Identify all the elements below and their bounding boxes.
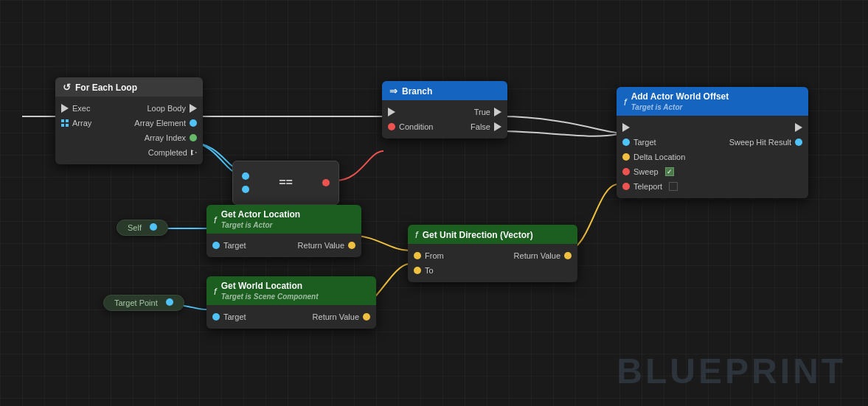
add-actor-world-offset-header: f Add Actor World Offset Target is Actor [617, 87, 808, 116]
for-each-loop-node: ↺ For Each Loop Exec Loop Body Array [55, 77, 203, 164]
from-label: From [425, 251, 444, 260]
branch-body: True Condition False [382, 100, 507, 139]
target-point-out-pin[interactable] [166, 298, 173, 306]
get-world-location-header: f Get World Location Target is Scene Com… [206, 276, 376, 305]
for-each-loop-row-exec: Exec Loop Body [55, 101, 203, 116]
for-each-loop-body: Exec Loop Body Array Array Element [55, 97, 203, 164]
get-actor-location-subtitle: Target is Actor [221, 221, 273, 229]
get-world-location-row-target: Target Return Value [206, 309, 376, 324]
blueprint-watermark: BLUEPRINT [617, 351, 846, 391]
add-actor-teleport-row: Teleport [617, 179, 808, 194]
add-actor-world-offset-node: f Add Actor World Offset Target is Actor… [617, 87, 808, 198]
branch-row-condition: Condition False [382, 119, 507, 134]
equals-in-pin-2[interactable] [242, 186, 249, 193]
get-actor-location-target-pin[interactable] [212, 242, 220, 249]
get-world-location-target-pin[interactable] [212, 313, 220, 321]
add-actor-delta-pin[interactable] [622, 153, 630, 161]
equals-right-pins [322, 179, 330, 186]
get-world-location-title: Get World Location [221, 281, 319, 291]
get-world-location-node: f Get World Location Target is Scene Com… [206, 276, 376, 329]
completed-pin[interactable] [191, 150, 197, 155]
equals-left-pins [242, 172, 249, 193]
get-world-location-subtitle: Target is Scene Component [221, 293, 319, 301]
add-actor-target-pin[interactable] [622, 139, 630, 146]
for-each-loop-row-index: Array Index [55, 130, 203, 145]
for-each-loop-row-array: Array Array Element [55, 116, 203, 130]
get-unit-direction-header: f Get Unit Direction (Vector) [408, 225, 577, 244]
equals-in-pin-1[interactable] [242, 172, 249, 180]
get-actor-location-row-target: Target Return Value [206, 238, 361, 253]
add-actor-teleport-pin[interactable] [622, 183, 630, 190]
target-point-label: Target Point [114, 298, 158, 307]
for-each-loop-title: For Each Loop [75, 83, 137, 93]
array-pin[interactable] [61, 119, 69, 127]
for-each-loop-header: ↺ For Each Loop [55, 77, 203, 97]
branch-icon: ⇒ [389, 85, 397, 97]
branch-row-exec: True [382, 105, 507, 119]
get-actor-location-header: f Get Actor Location Target is Actor [206, 205, 361, 234]
get-actor-location-body: Target Return Value [206, 234, 361, 257]
add-actor-sweep-hit-result-pin[interactable] [795, 139, 802, 146]
get-unit-direction-return-pin[interactable] [564, 252, 572, 259]
sweep-checkbox[interactable]: ✓ [665, 167, 674, 176]
get-unit-direction-from-pin[interactable] [414, 252, 421, 259]
self-label: Self [128, 223, 142, 232]
add-actor-world-offset-subtitle: Target is Actor [631, 103, 683, 111]
add-actor-world-offset-body: Target Sweep Hit Result Delta Location S… [617, 116, 808, 198]
equals-node: == [232, 161, 339, 205]
get-unit-direction-body: From Return Value To [408, 244, 577, 282]
get-actor-location-node: f Get Actor Location Target is Actor Tar… [206, 205, 361, 257]
teleport-checkbox[interactable] [669, 182, 678, 191]
add-actor-exec-in-pin[interactable] [622, 123, 630, 132]
add-actor-target-row: Target Sweep Hit Result [617, 135, 808, 150]
add-actor-delta-row: Delta Location [617, 150, 808, 164]
add-actor-exec-row [617, 120, 808, 135]
loop-body-pin[interactable] [190, 104, 197, 113]
exec-in-pin[interactable] [61, 104, 69, 113]
branch-header: ⇒ Branch [382, 81, 507, 100]
get-world-location-body: Target Return Value [206, 305, 376, 329]
get-unit-direction-node: f Get Unit Direction (Vector) From Retur… [408, 225, 577, 282]
get-actor-location-icon: f [214, 214, 217, 225]
add-actor-world-offset-icon: f [624, 97, 627, 108]
add-actor-sweep-row: Sweep ✓ [617, 164, 808, 179]
branch-true-pin[interactable] [494, 108, 501, 116]
for-each-loop-icon: ↺ [63, 82, 71, 93]
self-out-pin[interactable] [150, 223, 157, 231]
get-unit-direction-icon: f [415, 229, 418, 240]
for-each-loop-row-completed: Completed [55, 145, 203, 160]
get-unit-direction-title: Get Unit Direction (Vector) [423, 230, 533, 240]
get-unit-direction-row-to: To [408, 263, 577, 278]
get-world-location-icon: f [214, 286, 217, 297]
get-actor-location-title: Get Actor Location [221, 209, 301, 220]
branch-condition-pin[interactable] [388, 123, 395, 130]
get-world-location-return-pin[interactable] [363, 313, 370, 321]
add-actor-world-offset-title: Add Actor World Offset [631, 91, 729, 102]
equals-operator: == [279, 176, 293, 189]
array-element-pin[interactable] [190, 119, 197, 127]
get-unit-direction-row-from: From Return Value [408, 248, 577, 263]
branch-node: ⇒ Branch True Condition False [382, 81, 507, 139]
add-actor-exec-out-pin[interactable] [795, 123, 802, 132]
get-unit-direction-to-pin[interactable] [414, 267, 421, 274]
branch-title: Branch [402, 86, 432, 97]
self-node: Self [117, 220, 168, 236]
add-actor-sweep-pin[interactable] [622, 168, 630, 175]
target-point-node: Target Point [103, 295, 184, 311]
branch-false-pin[interactable] [494, 122, 501, 131]
equals-out-pin[interactable] [322, 179, 330, 186]
get-actor-location-return-pin[interactable] [348, 242, 355, 249]
branch-exec-in-pin[interactable] [388, 108, 395, 116]
array-index-pin[interactable] [190, 134, 197, 141]
